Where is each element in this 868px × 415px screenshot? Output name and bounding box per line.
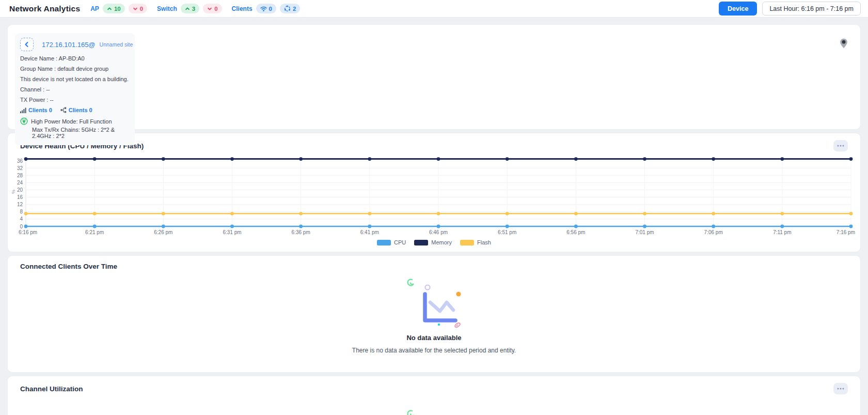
channel-utilization-card: Channel Utilization bbox=[7, 376, 861, 415]
location-note: This device is not yet located on a buil… bbox=[20, 76, 130, 82]
ellipsis-icon bbox=[837, 388, 844, 390]
svg-text:4: 4 bbox=[20, 216, 23, 222]
legend-item-flash[interactable]: Flash bbox=[460, 239, 491, 245]
device-ip-link[interactable]: 172.16.101.165@ bbox=[42, 41, 96, 49]
clients-mesh-badge[interactable]: 2 bbox=[280, 4, 300, 13]
svg-text:6:21 pm: 6:21 pm bbox=[85, 229, 104, 235]
no-data-block: No data available There is no data avail… bbox=[8, 273, 860, 372]
power-mode-label: High Power Mode: Full Function bbox=[31, 118, 112, 125]
switch-label[interactable]: Switch bbox=[157, 5, 177, 12]
chevron-down-icon bbox=[207, 6, 212, 11]
ap-down-count: 0 bbox=[140, 6, 143, 12]
switch-up-count: 3 bbox=[192, 6, 195, 12]
legend-item-memory[interactable]: Memory bbox=[414, 239, 452, 245]
svg-text:0: 0 bbox=[20, 224, 23, 229]
connected-clients-title: Connected Clients Over Time bbox=[20, 263, 117, 270]
back-button[interactable] bbox=[20, 38, 34, 51]
chart-legend: CPUMemoryFlash bbox=[8, 238, 860, 250]
wifi-icon bbox=[260, 6, 267, 12]
no-data-title: No data available bbox=[406, 334, 461, 342]
svg-text:6:36 pm: 6:36 pm bbox=[292, 229, 310, 235]
chains-label: Max Tx/Rx Chains: 5GHz : 2*2 & 2.4GHz : … bbox=[32, 127, 130, 139]
wired-clients-label: Clients 0 bbox=[69, 107, 92, 113]
legend-item-cpu[interactable]: CPU bbox=[377, 239, 406, 245]
site-link[interactable]: Unnamed site bbox=[100, 41, 133, 48]
svg-text:6:51 pm: 6:51 pm bbox=[498, 229, 516, 235]
ap-up-count: 10 bbox=[114, 6, 121, 12]
wireless-clients-link[interactable]: Clients 0 bbox=[20, 107, 52, 113]
tx-power-value: TX Power : -- bbox=[20, 97, 130, 103]
clients-wireless-badge[interactable]: 0 bbox=[256, 4, 276, 13]
svg-text:6:31 pm: 6:31 pm bbox=[223, 229, 241, 235]
switch-up-badge[interactable]: 3 bbox=[181, 4, 199, 13]
svg-text:6:26 pm: 6:26 pm bbox=[154, 229, 172, 235]
svg-text:12: 12 bbox=[17, 202, 23, 207]
svg-text:36: 36 bbox=[17, 158, 23, 164]
chevron-left-icon bbox=[24, 41, 30, 48]
location-pin-icon[interactable] bbox=[840, 38, 848, 51]
legend-label: Memory bbox=[431, 239, 452, 245]
legend-swatch bbox=[377, 240, 391, 245]
channel-value: Channel : -- bbox=[20, 86, 130, 93]
ellipsis-icon bbox=[837, 145, 844, 147]
svg-text:24: 24 bbox=[17, 180, 23, 186]
switch-down-badge[interactable]: 0 bbox=[203, 4, 222, 13]
svg-text:7:16 pm: 7:16 pm bbox=[837, 229, 855, 235]
no-data-illustration bbox=[396, 273, 473, 330]
switch-down-count: 0 bbox=[214, 6, 217, 12]
connected-clients-card: Connected Clients Over Time No data avai… bbox=[7, 255, 861, 373]
power-plug-icon bbox=[20, 117, 28, 125]
mesh-cluster-icon bbox=[284, 5, 291, 12]
svg-text:7:11 pm: 7:11 pm bbox=[773, 229, 791, 235]
ap-label[interactable]: AP bbox=[90, 5, 99, 12]
clients-wireless-count: 0 bbox=[269, 6, 272, 12]
group-name: Group Name : default device group bbox=[20, 66, 130, 72]
svg-text:6:46 pm: 6:46 pm bbox=[429, 229, 448, 235]
header-right: Device Last Hour: 6:16 pm - 7:16 pm bbox=[719, 2, 861, 16]
svg-text:32: 32 bbox=[17, 165, 23, 171]
clients-label[interactable]: Clients bbox=[232, 5, 252, 12]
signal-bars-icon bbox=[20, 107, 26, 113]
wired-clients-link[interactable]: Clients 0 bbox=[60, 107, 92, 113]
chevron-up-icon bbox=[185, 6, 190, 11]
channel-utilization-title: Channel Utilization bbox=[20, 385, 83, 393]
svg-text:16: 16 bbox=[17, 194, 23, 200]
ap-down-badge[interactable]: 0 bbox=[129, 4, 147, 13]
legend-swatch bbox=[414, 240, 428, 245]
svg-text:6:41 pm: 6:41 pm bbox=[360, 229, 379, 235]
device-info-panel: 172.16.101.165@ Unnamed site Device Name… bbox=[15, 33, 135, 145]
main-content: 172.16.101.165@ Unnamed site Device Name… bbox=[0, 18, 868, 415]
header-stats: AP 10 0 Switch 3 0 Clients 0 bbox=[90, 4, 300, 13]
device-info-card: 172.16.101.165@ Unnamed site Device Name… bbox=[7, 24, 861, 130]
legend-swatch bbox=[460, 240, 474, 245]
channel-utilization-menu-button[interactable] bbox=[833, 383, 848, 394]
page-title: Network Analytics bbox=[9, 4, 80, 13]
svg-text:6:56 pm: 6:56 pm bbox=[566, 229, 585, 235]
chevron-down-icon bbox=[133, 6, 138, 11]
device-button[interactable]: Device bbox=[719, 2, 757, 16]
device-name: Device Name : AP-BD:A0 bbox=[20, 55, 130, 62]
legend-label: CPU bbox=[394, 239, 406, 245]
topology-icon bbox=[60, 107, 67, 113]
chevron-up-icon bbox=[107, 6, 112, 11]
power-mode-line: High Power Mode: Full Function bbox=[20, 117, 130, 125]
no-data-illustration bbox=[396, 404, 473, 415]
clients-line: Clients 0 Clients 0 bbox=[20, 107, 130, 113]
svg-text:28: 28 bbox=[17, 173, 23, 178]
wireless-clients-label: Clients 0 bbox=[28, 107, 52, 113]
top-header: Network Analytics AP 10 0 Switch 3 0 Cli… bbox=[0, 0, 868, 18]
no-data-block bbox=[8, 404, 860, 415]
device-health-card: Device Health (CPU / Memory / Flash) 048… bbox=[7, 133, 861, 252]
legend-label: Flash bbox=[477, 239, 491, 245]
time-range-selector[interactable]: Last Hour: 6:16 pm - 7:16 pm bbox=[762, 2, 861, 16]
device-health-menu-button[interactable] bbox=[833, 140, 848, 151]
svg-text:7:01 pm: 7:01 pm bbox=[635, 229, 654, 235]
no-data-message: There is no data available for the selec… bbox=[352, 347, 516, 354]
svg-text:7:06 pm: 7:06 pm bbox=[704, 229, 723, 235]
ap-up-badge[interactable]: 10 bbox=[103, 4, 125, 13]
svg-text:20: 20 bbox=[17, 187, 23, 193]
device-health-chart[interactable]: 048121620242832366:16 pm6:21 pm6:26 pm6:… bbox=[9, 154, 859, 238]
svg-text:8: 8 bbox=[20, 209, 23, 214]
svg-text:%: % bbox=[11, 190, 16, 194]
clients-mesh-count: 2 bbox=[293, 6, 296, 12]
